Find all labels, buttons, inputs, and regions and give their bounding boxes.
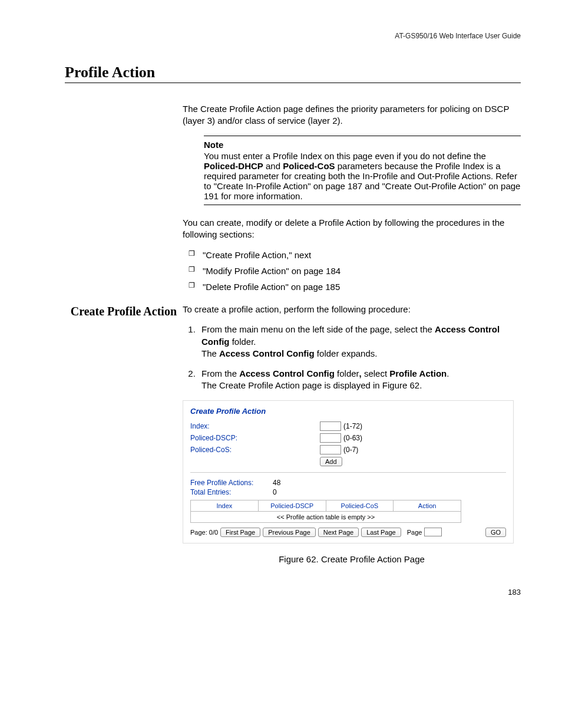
cos-label: Policed-CoS: xyxy=(190,446,320,454)
dscp-label: Policed-DSCP: xyxy=(190,434,320,442)
total-entries-label: Total Entries: xyxy=(190,488,273,496)
index-range: (1-72) xyxy=(343,422,362,430)
page-indicator: Page: 0/0 xyxy=(190,529,218,536)
procedure-steps: From the main menu on the left side of t… xyxy=(183,324,521,391)
last-page-button[interactable]: Last Page xyxy=(361,528,401,537)
list-item: "Create Profile Action," next xyxy=(189,249,521,261)
intro-paragraph: The Create Profile Action page defines t… xyxy=(183,103,521,127)
note-box: Note You must enter a Profile Index on t… xyxy=(204,136,521,205)
previous-page-button[interactable]: Previous Page xyxy=(263,528,316,537)
col-dscp: Policied-DSCP xyxy=(258,500,326,511)
cos-range: (0-7) xyxy=(343,446,358,454)
subsection-heading: Create Profile Action xyxy=(65,304,177,319)
cos-input[interactable] xyxy=(320,445,341,454)
page-label: Page xyxy=(407,529,422,536)
lead-paragraph-2: You can create, modify or delete a Profi… xyxy=(183,217,521,241)
figure-panel: Create Profile Action Index: (1-72) Poli… xyxy=(183,400,514,543)
step-2: From the Access Control Config folder, s… xyxy=(198,368,521,392)
free-profile-value: 48 xyxy=(273,479,280,487)
free-profile-label: Free Profile Actions: xyxy=(190,479,273,487)
dscp-range: (0-63) xyxy=(343,434,362,442)
col-action: Action xyxy=(394,500,461,511)
list-item: "Modify Profile Action" on page 184 xyxy=(189,265,521,277)
page-title-h1: Profile Action xyxy=(65,64,521,83)
list-item: "Delete Profile Action" on page 185 xyxy=(189,281,521,293)
index-input[interactable] xyxy=(320,421,341,431)
table-empty-row: << Profile action table is empty >> xyxy=(191,511,461,522)
panel-title: Create Profile Action xyxy=(190,407,506,416)
total-entries-value: 0 xyxy=(273,488,277,496)
procedure-intro: To create a profile action, perform the … xyxy=(183,304,521,315)
add-button[interactable]: Add xyxy=(320,457,342,466)
profile-table: Index Policied-DSCP Policied-CoS Action … xyxy=(190,500,461,523)
note-body: You must enter a Profile Index on this p… xyxy=(204,151,521,201)
bullet-list: "Create Profile Action," next "Modify Pr… xyxy=(189,249,521,293)
figure-caption: Figure 62. Create Profile Action Page xyxy=(183,554,521,564)
page-number: 183 xyxy=(65,588,521,597)
index-label: Index: xyxy=(190,422,320,430)
doc-header: AT-GS950/16 Web Interface User Guide xyxy=(65,32,521,40)
pager: Page: 0/0 First Page Previous Page Next … xyxy=(190,528,506,537)
page-number-input[interactable] xyxy=(424,528,442,536)
step-1: From the main menu on the left side of t… xyxy=(198,324,521,360)
go-button[interactable]: GO xyxy=(485,528,506,537)
note-title: Note xyxy=(204,140,521,150)
next-page-button[interactable]: Next Page xyxy=(318,528,359,537)
col-cos: Policied-CoS xyxy=(326,500,394,511)
dscp-input[interactable] xyxy=(320,433,341,443)
col-index: Index xyxy=(191,500,259,511)
first-page-button[interactable]: First Page xyxy=(220,528,260,537)
